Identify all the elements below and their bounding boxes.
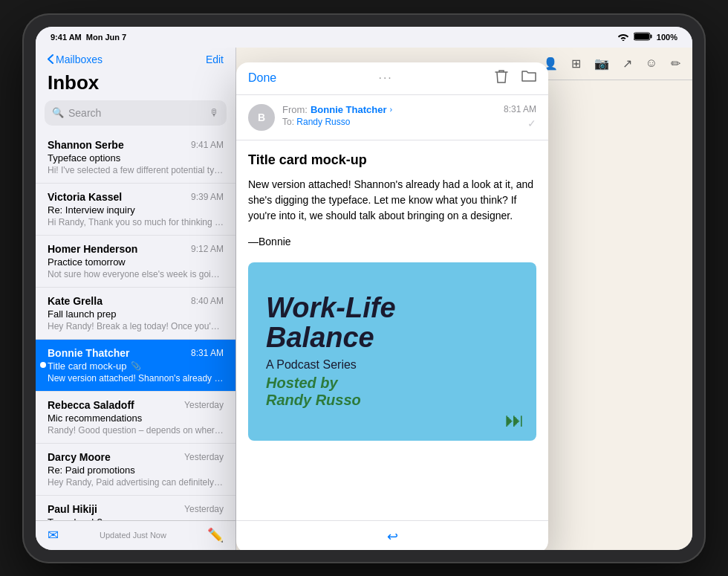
- main-content: Mailboxes Edit Inbox 🔍 Search 🎙 Shannon …: [36, 48, 692, 550]
- mail-list: Shannon Serbe 9:41 AM Typeface options H…: [36, 132, 235, 520]
- search-bar[interactable]: 🔍 Search 🎙: [45, 100, 227, 126]
- mail-status: Updated Just Now: [100, 531, 166, 540]
- email-subject: Title card mock-up: [248, 152, 536, 168]
- more-options-icon[interactable]: ···: [378, 71, 392, 85]
- mic-icon: 🎙: [209, 107, 219, 118]
- email-from-row: B From: Bonnie Thatcher › To: Randy Russ…: [248, 104, 536, 131]
- ipad-frame: 9:41 AM Mon Jun 7: [22, 13, 706, 563]
- mail-preview: Hey Randy, Paid advertising can definite…: [48, 477, 224, 488]
- mail-icon: ✉: [48, 527, 59, 543]
- pencil-icon[interactable]: ✏: [671, 56, 680, 71]
- reply-icon[interactable]: ↩: [387, 528, 398, 545]
- email-reply-row: ↩: [236, 520, 548, 550]
- modal-toolbar: Done ···: [236, 62, 548, 95]
- mail-item[interactable]: Homer Henderson 9:12 AM Practice tomorro…: [36, 236, 235, 288]
- podcast-title: Work-LifeBalance: [266, 294, 396, 353]
- mail-preview: Not sure how everyone else's week is goi…: [48, 269, 224, 279]
- sender-name[interactable]: Bonnie Thatcher: [311, 104, 387, 115]
- mail-item[interactable]: Darcy Moore Yesterday Re: Paid promotion…: [36, 444, 235, 496]
- email-body-text: New version attached! Shannon's already …: [248, 177, 536, 224]
- compose-icon[interactable]: ✏️: [207, 527, 224, 543]
- email-modal: Done ··· B: [236, 62, 548, 550]
- ipad-screen: 9:41 AM Mon Jun 7: [36, 27, 692, 550]
- mail-preview: Hey Randy! Break a leg today! Once you'v…: [48, 321, 224, 331]
- grid-icon: ⊞: [571, 56, 581, 71]
- mail-time: 8:40 AM: [191, 296, 224, 306]
- search-placeholder: Search: [68, 107, 205, 119]
- done-button[interactable]: Done: [248, 71, 276, 85]
- mailboxes-back-button[interactable]: Mailboxes: [48, 54, 103, 65]
- folder-icon[interactable]: [521, 69, 536, 88]
- status-time: 9:41 AM: [51, 33, 82, 42]
- search-icon: 🔍: [52, 107, 64, 118]
- battery-icon: [634, 32, 652, 42]
- mail-subject: Fall launch prep: [48, 308, 224, 320]
- mail-subject: Title card mock-up 📎: [48, 360, 224, 372]
- sender-avatar: B: [248, 104, 275, 131]
- mail-time: 9:12 AM: [191, 244, 224, 254]
- arrow-icon: ↗: [623, 56, 632, 71]
- svg-point-0: [622, 39, 624, 41]
- email-to-line: To: Randy Russo: [282, 117, 496, 127]
- status-bar-left: 9:41 AM Mon Jun 7: [51, 33, 126, 42]
- mail-footer: ✉ Updated Just Now ✏️: [36, 520, 235, 550]
- edit-button[interactable]: Edit: [206, 54, 224, 65]
- mail-preview: Randy! Good question – depends on where …: [48, 425, 224, 436]
- from-label: From:: [282, 104, 308, 115]
- camera-icon: 📷: [594, 56, 609, 71]
- wifi-icon: [617, 32, 629, 42]
- mail-item[interactable]: Rebecca Saladoff Yesterday Mic recommend…: [36, 392, 235, 444]
- email-signature: —Bonnie: [248, 236, 536, 247]
- mail-sender: Darcy Moore: [48, 451, 111, 463]
- unread-dot: [40, 362, 46, 368]
- mail-subject: Team lunch?: [48, 517, 224, 520]
- mail-preview: Hi! I've selected a few different potent…: [48, 165, 224, 175]
- svg-rect-2: [634, 33, 649, 39]
- mail-time: Yesterday: [184, 504, 224, 514]
- email-meta: From: Bonnie Thatcher › To: Randy Russo: [282, 104, 496, 127]
- mail-sidebar: Mailboxes Edit Inbox 🔍 Search 🎙 Shannon …: [36, 48, 236, 550]
- attachment-icon: 📎: [131, 361, 141, 371]
- mail-sender: Homer Henderson: [48, 243, 137, 255]
- mail-time: Yesterday: [184, 452, 224, 462]
- inbox-title: Inbox: [36, 68, 235, 100]
- emoji-icon: ☺: [646, 56, 657, 70]
- mail-subject: Re: Paid promotions: [48, 465, 224, 476]
- mail-time: 8:31 AM: [191, 348, 224, 358]
- battery-pct: 100%: [657, 33, 677, 42]
- mail-item[interactable]: Kate Grella 8:40 AM Fall launch prep Hey…: [36, 288, 235, 340]
- status-bar: 9:41 AM Mon Jun 7: [36, 27, 692, 48]
- mail-preview: Hi Randy, Thank you so much for thinking…: [48, 217, 224, 227]
- chevron-right-icon: ›: [390, 105, 393, 114]
- podcast-image: Work-LifeBalance A Podcast Series Hosted…: [248, 262, 536, 441]
- play-button[interactable]: ⏭: [505, 409, 524, 432]
- mail-nav: Mailboxes Edit: [36, 48, 235, 68]
- trash-icon[interactable]: [495, 69, 508, 88]
- recipient-name[interactable]: Randy Russo: [296, 117, 350, 127]
- mail-subject: Typeface options: [48, 152, 224, 164]
- mail-time: 9:41 AM: [191, 140, 224, 150]
- mail-subject: Mic recommendations: [48, 412, 224, 424]
- email-body: Title card mock-up New version attached!…: [236, 140, 548, 520]
- podcast-subtitle: A Podcast Series: [266, 358, 357, 372]
- status-bar-right: 100%: [617, 32, 677, 42]
- mail-subject: Re: Interview inquiry: [48, 204, 224, 216]
- email-from-line: From: Bonnie Thatcher ›: [282, 104, 496, 115]
- mail-item[interactable]: Victoria Kassel 9:39 AM Re: Interview in…: [36, 184, 235, 236]
- email-header: B From: Bonnie Thatcher › To: Randy Russ…: [236, 95, 548, 140]
- mail-item[interactable]: Shannon Serbe 9:41 AM Typeface options H…: [36, 132, 235, 184]
- modal-actions: [495, 69, 536, 88]
- mail-sender: Rebecca Saladoff: [48, 399, 134, 411]
- mail-sender: Paul Hikiji: [48, 503, 97, 515]
- mail-item-active[interactable]: Bonnie Thatcher 8:31 AM Title card mock-…: [36, 340, 235, 392]
- mail-item[interactable]: Paul Hikiji Yesterday Team lunch? Was th…: [36, 496, 235, 520]
- status-date: Mon Jun 7: [86, 33, 126, 42]
- mail-sender: Shannon Serbe: [48, 139, 124, 151]
- mail-sender: Kate Grella: [48, 295, 103, 307]
- mail-time: Yesterday: [184, 400, 224, 410]
- svg-rect-3: [650, 34, 651, 38]
- mail-sender: Bonnie Thatcher: [48, 347, 129, 359]
- mail-preview: New version attached! Shannon's already …: [48, 373, 224, 384]
- checkmark-icon: ✓: [527, 117, 536, 129]
- podcast-hosted: Hosted by Randy Russo: [266, 375, 361, 409]
